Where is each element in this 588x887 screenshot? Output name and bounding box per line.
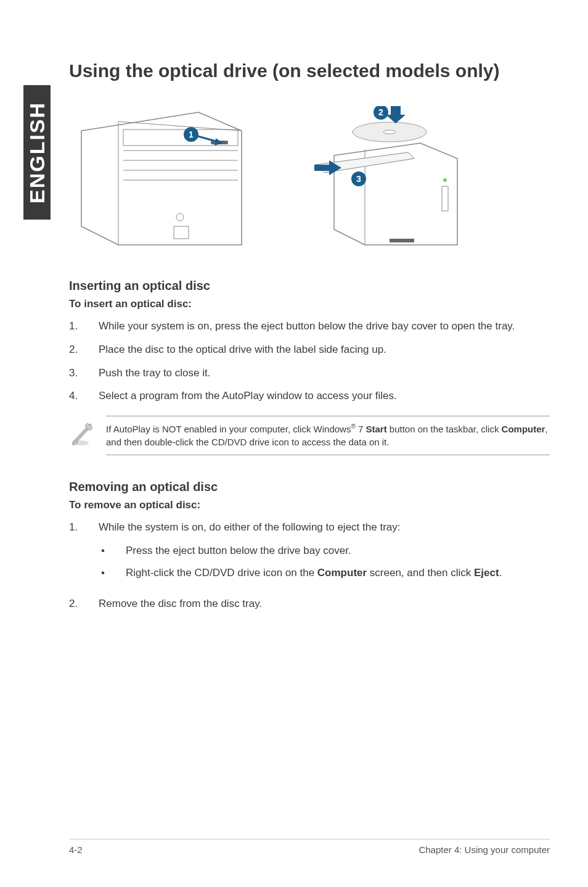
svg-point-24 (443, 178, 447, 182)
list-item: 4. Select a program from the AutoPlay wi… (69, 389, 550, 403)
step-number: 1. (69, 319, 99, 334)
step-number: 3. (69, 366, 99, 381)
svg-text:2: 2 (378, 107, 383, 117)
note-text: If AutoPlay is NOT enabled in your compu… (106, 416, 550, 455)
page-footer: 4-2 Chapter 4: Using your computer (69, 839, 550, 855)
figure-2: 2 3 (297, 106, 482, 248)
svg-point-16 (383, 130, 396, 134)
svg-text:1: 1 (189, 130, 194, 139)
svg-point-8 (176, 213, 184, 221)
bullet-text: Press the eject button below the drive b… (126, 543, 351, 558)
svg-rect-25 (390, 239, 414, 242)
svg-rect-9 (174, 226, 189, 239)
svg-line-10 (196, 136, 218, 142)
step-number: 1. (69, 520, 99, 587)
step-number: 4. (69, 389, 99, 403)
insert-subheading: To insert an optical disc: (69, 298, 550, 310)
remove-subheading: To remove an optical disc: (69, 499, 550, 511)
list-item: 2. Place the disc to the optical drive w… (69, 342, 550, 357)
remove-steps: 1. While the system is on, do either of … (69, 520, 550, 611)
step-text: Place the disc to the optical drive with… (99, 342, 550, 357)
insert-steps: 1. While your system is on, press the ej… (69, 319, 550, 403)
insert-heading: Inserting an optical disc (69, 279, 550, 293)
list-item: 1. While the system is on, do either of … (69, 520, 550, 587)
list-item: 1. While your system is on, press the ej… (69, 319, 550, 334)
figure-row: 1 2 3 (75, 106, 550, 248)
step-text: While the system is on, do either of the… (99, 520, 550, 587)
svg-marker-17 (386, 106, 406, 123)
chapter-label: Chapter 4: Using your computer (419, 844, 550, 855)
step-text: Push the tray to close it. (99, 366, 550, 381)
svg-rect-23 (442, 186, 448, 211)
bullet-dot: • (99, 543, 126, 558)
svg-text:3: 3 (356, 174, 361, 184)
figure-1: 1 (75, 106, 260, 248)
step-text: Select a program from the AutoPlay windo… (99, 389, 550, 403)
bullet-dot: • (99, 566, 126, 580)
language-tab: ENGLISH (23, 85, 51, 220)
page-number: 4-2 (69, 844, 83, 855)
step-number: 2. (69, 342, 99, 357)
bullet-text: Right-click the CD/DVD drive icon on the… (126, 566, 502, 580)
step-number: 2. (69, 596, 99, 611)
page-content: Using the optical drive (on selected mod… (69, 60, 550, 623)
remove-heading: Removing an optical disc (69, 480, 550, 494)
bullet-item: • Press the eject button below the drive… (99, 543, 550, 558)
step-text: Remove the disc from the disc tray. (99, 596, 550, 611)
step-text: While your system is on, press the eject… (99, 319, 550, 334)
page-title: Using the optical drive (on selected mod… (69, 60, 550, 81)
list-item: 2. Remove the disc from the disc tray. (69, 596, 550, 611)
list-item: 3. Push the tray to close it. (69, 366, 550, 381)
note-icon (69, 416, 106, 450)
bullet-item: • Right-click the CD/DVD drive icon on t… (99, 566, 550, 580)
note-box: If AutoPlay is NOT enabled in your compu… (69, 416, 550, 455)
